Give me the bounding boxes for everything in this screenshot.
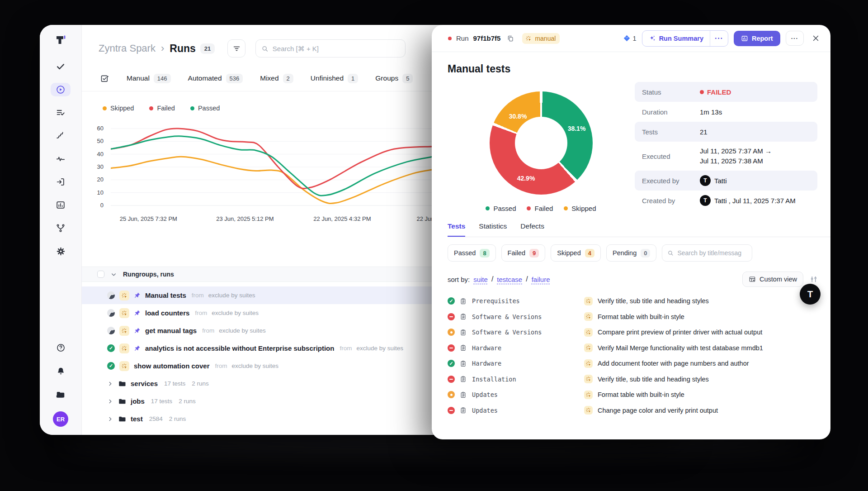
breadcrumb-project[interactable]: Zyntra Spark xyxy=(99,43,156,54)
info-value: 21 xyxy=(700,128,708,136)
filter-pending[interactable]: Pending 0 xyxy=(606,244,656,262)
sidebar-item-reports[interactable] xyxy=(51,198,71,212)
test-row[interactable]: InstallationVerify title, sub title and … xyxy=(448,372,830,387)
test-row[interactable]: HardwareAdd document footer with page nu… xyxy=(448,356,830,372)
tab-automated[interactable]: Automated 536 xyxy=(188,74,243,83)
help-icon xyxy=(56,343,66,353)
sort-by-suite[interactable]: suite xyxy=(473,276,488,283)
run-source[interactable]: exclude by suites xyxy=(232,362,279,369)
copy-icon[interactable] xyxy=(507,35,514,42)
tasks-icon[interactable] xyxy=(100,74,109,83)
test-search-input[interactable] xyxy=(677,249,747,257)
projects-button[interactable] xyxy=(51,388,71,401)
executed-by-name: Tatti xyxy=(714,177,727,185)
test-title[interactable]: Format table with built-in style xyxy=(598,313,684,320)
test-row[interactable]: Software & VersionsCompare print preview… xyxy=(448,324,830,340)
legend-label: Skipped xyxy=(571,205,596,212)
sort-by-failure[interactable]: failure xyxy=(532,276,550,283)
test-row[interactable]: PrerequisitesVerify title, sub title and… xyxy=(448,293,830,309)
search-input[interactable] xyxy=(273,45,400,52)
chevron-right-icon[interactable] xyxy=(107,416,113,422)
report-button[interactable]: Report xyxy=(734,31,780,46)
donut-legend: Passed Failed Skipped xyxy=(486,205,596,212)
filter-passed[interactable]: Passed 8 xyxy=(448,244,496,262)
sidebar-item-branches[interactable] xyxy=(51,221,71,235)
tab-groups[interactable]: Groups 5 xyxy=(375,74,413,83)
run-title[interactable]: load counters xyxy=(145,309,189,317)
manual-type-badge[interactable]: manual xyxy=(522,33,560,44)
run-title[interactable]: analytics is not accessible without Ente… xyxy=(145,344,334,352)
test-title[interactable]: Add document footer with page numbers an… xyxy=(598,360,749,367)
folder-icon xyxy=(118,380,126,388)
test-title[interactable]: Verify title, sub title and heading styl… xyxy=(598,376,709,383)
tab-manual[interactable]: Manual 146 xyxy=(127,74,171,83)
folder-title[interactable]: jobs xyxy=(131,397,145,405)
clipboard-icon xyxy=(460,313,467,320)
tune-sliders-icon[interactable] xyxy=(810,275,818,283)
sidebar-item-pulse[interactable] xyxy=(51,152,71,166)
folder-icon xyxy=(56,390,66,400)
run-source[interactable]: exclude by suites xyxy=(212,310,259,316)
run-title[interactable]: show automation cover xyxy=(134,362,210,370)
filter-failed[interactable]: Failed 9 xyxy=(501,244,546,262)
sort-by-testcase[interactable]: testcase xyxy=(497,276,522,283)
support-bubble[interactable]: T xyxy=(800,284,821,305)
filter-skipped[interactable]: Skipped 4 xyxy=(551,244,601,262)
select-all-checkbox[interactable] xyxy=(97,271,104,278)
test-title[interactable]: Format table with built-in style xyxy=(598,391,684,398)
run-title[interactable]: get manual tags xyxy=(145,327,197,334)
more-options-button[interactable]: ··· xyxy=(786,31,804,46)
run-summary-button[interactable]: Run Summary xyxy=(642,31,710,46)
clipboard-icon xyxy=(460,329,467,336)
test-title[interactable]: Verify Mail Merge functionality with tes… xyxy=(598,344,763,352)
run-detail-title: Manual tests xyxy=(448,63,830,75)
panel-body: Manual tests 38.1% 42.9% 30.8% Passed Fa… xyxy=(432,52,830,439)
run-summary-more-button[interactable]: ··· xyxy=(710,31,728,46)
clipboard-icon xyxy=(460,298,467,305)
sidebar-item-import[interactable] xyxy=(51,175,71,189)
donut-label-failed: 42.9% xyxy=(517,175,535,182)
tab-label: Unfinished xyxy=(311,74,344,82)
run-source[interactable]: exclude by suites xyxy=(219,327,266,334)
test-row[interactable]: Software & VersionsFormat table with bui… xyxy=(448,309,830,325)
close-icon[interactable] xyxy=(812,34,820,42)
test-title[interactable]: Compare print preview of printer driver … xyxy=(598,329,762,336)
sidebar-item-steps[interactable] xyxy=(51,129,71,143)
folder-title[interactable]: test xyxy=(131,415,143,423)
pill-count: 8 xyxy=(480,249,489,257)
tab-tests[interactable]: Tests xyxy=(448,222,465,237)
notifications-button[interactable] xyxy=(51,364,71,378)
chevron-down-icon[interactable] xyxy=(110,271,117,278)
tab-statistics[interactable]: Statistics xyxy=(479,222,507,237)
tab-label: Mixed xyxy=(260,74,278,82)
filter-button[interactable] xyxy=(227,39,245,57)
test-row[interactable]: UpdatesChange page color and verify prin… xyxy=(448,403,830,419)
run-title[interactable]: Manual tests xyxy=(145,291,186,299)
folder-runs-count: 2 runs xyxy=(179,398,196,405)
test-title[interactable]: Change page color and verify print outpu… xyxy=(598,407,718,414)
play-circle-icon xyxy=(56,85,66,95)
test-suite: Prerequisites xyxy=(472,297,520,305)
passed-dot-icon xyxy=(190,106,194,110)
run-source[interactable]: exclude by suites xyxy=(356,345,403,352)
sidebar-item-settings[interactable] xyxy=(51,244,71,258)
sidebar-item-testcases[interactable] xyxy=(51,106,71,119)
user-avatar[interactable]: ER xyxy=(53,411,68,427)
test-row[interactable]: UpdatesFormat table with built-in style xyxy=(448,387,830,403)
chevron-right-icon[interactable] xyxy=(107,398,113,405)
sidebar-item-runs[interactable] xyxy=(51,83,71,96)
sidebar-item-checks[interactable] xyxy=(51,60,71,73)
custom-view-button[interactable]: Custom view xyxy=(742,272,803,287)
test-title[interactable]: Verify title, sub title and heading styl… xyxy=(598,297,709,305)
test-row[interactable]: HardwareVerify Mail Merge functionality … xyxy=(448,340,830,356)
folder-runs-count: 2 runs xyxy=(192,380,209,387)
folder-title[interactable]: services xyxy=(131,380,158,387)
app-logo-icon[interactable] xyxy=(55,34,67,48)
tab-defects[interactable]: Defects xyxy=(520,222,544,237)
run-source[interactable]: exclude by suites xyxy=(208,292,255,299)
tab-unfinished[interactable]: Unfinished 1 xyxy=(311,74,358,83)
help-button[interactable] xyxy=(51,341,71,354)
tab-mixed[interactable]: Mixed 2 xyxy=(260,74,293,83)
test-suite: Updates xyxy=(472,407,498,414)
chevron-right-icon[interactable] xyxy=(107,381,113,387)
